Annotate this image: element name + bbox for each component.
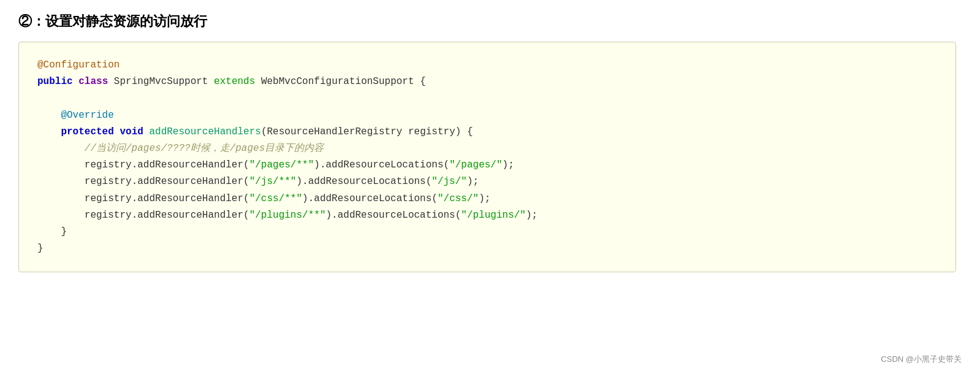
method-name: addResourceHandlers xyxy=(149,126,260,137)
comment-text: //当访问/pages/????时候，走/pages目录下的内容 xyxy=(85,143,324,154)
line-registry-3: registry.addResourceHandler("/css/**").a… xyxy=(37,191,937,207)
line-blank1 xyxy=(37,90,937,107)
line-close-inner: } xyxy=(37,224,937,240)
line-registry-1: registry.addResourceHandler("/pages/**")… xyxy=(37,157,937,174)
line-class-decl: public class SpringMvcSupport extends We… xyxy=(37,74,937,90)
kw-class: class xyxy=(78,76,108,87)
string-js-pattern: "/js/**" xyxy=(249,176,297,187)
section-title: ②：设置对静态资源的访问放行 xyxy=(18,12,962,31)
string-plugins-pattern: "/plugins/**" xyxy=(249,210,326,221)
line-override: @Override xyxy=(37,107,937,124)
kw-extends: extends xyxy=(214,76,255,87)
line-comment: //当访问/pages/????时候，走/pages目录下的内容 xyxy=(37,140,937,157)
inner-brace-close: } xyxy=(37,226,67,237)
line-annotation: @Configuration xyxy=(37,57,937,74)
outer-brace-close: } xyxy=(37,243,44,254)
line-registry-2: registry.addResourceHandler("/js/**").ad… xyxy=(37,174,937,190)
registry-prefix-1: registry.addResourceHandler( xyxy=(37,159,249,170)
string-pages-pattern: "/pages/**" xyxy=(249,159,314,170)
string-css-pattern: "/css/**" xyxy=(249,193,302,204)
override-annotation: @Override xyxy=(61,110,113,121)
class-name: SpringMvcSupport xyxy=(114,76,208,87)
method-params: (ResourceHandlerRegistry registry) { xyxy=(261,126,473,137)
string-pages-loc: "/pages/" xyxy=(449,159,502,170)
kw-protected: protected xyxy=(61,126,113,137)
kw-void: void xyxy=(120,126,143,137)
line-close-outer: } xyxy=(37,240,937,257)
footer-label: CSDN @小黑子史带关 xyxy=(881,354,962,365)
string-plugins-loc: "/plugins/" xyxy=(461,210,526,221)
string-css-loc: "/css/" xyxy=(438,193,479,204)
annotation-config: @Configuration xyxy=(37,59,120,71)
line-method-decl: protected void addResourceHandlers(Resou… xyxy=(37,124,937,140)
kw-public: public xyxy=(37,76,73,87)
brace-open: { xyxy=(420,76,426,87)
string-js-loc: "/js/" xyxy=(431,176,467,187)
code-block: @Configuration public class SpringMvcSup… xyxy=(18,42,956,272)
parent-class: WebMvcConfigurationSupport xyxy=(261,76,414,87)
line-registry-4: registry.addResourceHandler("/plugins/**… xyxy=(37,207,937,224)
page-container: ②：设置对静态资源的访问放行 @Configuration public cla… xyxy=(0,0,980,371)
